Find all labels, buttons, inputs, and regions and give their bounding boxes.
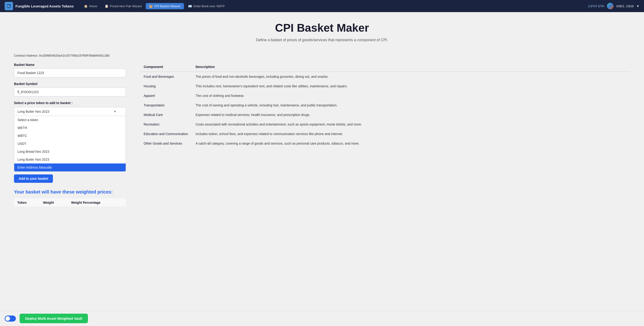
brand-logo: FL	[5, 2, 13, 10]
cpi-table-row: Medical Care Expenses related to medical…	[140, 110, 630, 120]
wallet-dropdown-icon[interactable]: ▼	[636, 4, 639, 8]
cpi-description: Costs associated with recreational activ…	[192, 120, 630, 129]
avatar	[607, 3, 614, 9]
dropdown-item-long-butter[interactable]: Long Butter Nov 2023	[14, 156, 126, 163]
cpi-col-component: Component	[140, 63, 192, 72]
brand-name: Fungible Leveraged Assets Tokens	[16, 4, 74, 8]
cpi-component: Housing	[140, 81, 192, 91]
right-panel: Component Description Food and Beverages…	[140, 63, 630, 148]
basket-symbol-label: Basket Symbol	[14, 82, 126, 86]
layout: Basket Name Basket Symbol Select a price…	[14, 63, 630, 207]
nav-priced-pair-wizard[interactable]: 📋 Priced Item Pair Wizard	[102, 3, 145, 9]
dropdown-item-long-bread[interactable]: Long Bread Nov 2023	[14, 148, 126, 156]
cpi-component: Apparel	[140, 91, 192, 101]
cpi-table-row: Recreation Costs associated with recreat…	[140, 120, 630, 129]
home-icon: 🏠	[84, 4, 88, 8]
token-select-wrapper: Long Butter Nov 2023 ▼ Select a token WE…	[14, 107, 126, 172]
add-to-basket-button[interactable]: Add to your basket	[14, 174, 53, 183]
basket-table: Token Weight Weight Percentage	[14, 198, 126, 207]
cpi-col-description: Description	[192, 63, 630, 72]
wallet-address: 0XE3...C619	[616, 4, 634, 8]
nav-home[interactable]: 🏠 Home	[81, 3, 100, 9]
basket-col-weight-pct: Weight Percentage	[68, 198, 126, 207]
cpi-table-body: Food and Beverages The prices of food an…	[140, 72, 630, 148]
wizard-icon: 📋	[105, 4, 108, 8]
cpi-description: Includes tuition, school fees, and expen…	[192, 129, 630, 139]
nav-cpi-basket-weaver[interactable]: 🧺 CPI Basket Weaver	[146, 3, 184, 9]
cpi-component: Recreation	[140, 120, 192, 129]
cpi-table-row: Education and Communication Includes tui…	[140, 129, 630, 139]
nav-right: 2.9747 ETH 0XE3...C619 ▼	[588, 3, 639, 9]
select-token-label: Select a price token to add to basket :	[14, 101, 126, 105]
deploy-button[interactable]: Deploy Multi Asset Weighted Vault	[20, 314, 88, 323]
left-panel: Basket Name Basket Symbol Select a price…	[14, 63, 126, 207]
dropdown-item-usdt[interactable]: USDT	[14, 140, 126, 148]
basket-heading: Your basket will have these weighted pri…	[14, 189, 126, 195]
cpi-table: Component Description Food and Beverages…	[140, 63, 630, 148]
chevron-down-icon: ▼	[114, 110, 116, 113]
cpi-table-row: Other Goods and Services A catch-all cat…	[140, 139, 630, 148]
dropdown-item-select-token[interactable]: Select a token	[14, 116, 126, 124]
svg-text:FL: FL	[8, 5, 10, 7]
contract-address: Contract Address: 0x1Ef6B04020aA2c337785…	[14, 54, 630, 57]
cpi-component: Food and Beverages	[140, 72, 192, 81]
basket-col-token: Token	[14, 198, 40, 207]
eth-balance: 2.9747 ETH	[588, 4, 604, 8]
token-dropdown-list: Select a token WETH WBTC USDT Long Bread…	[14, 116, 126, 172]
brand: FL Fungible Leveraged Assets Tokens	[5, 2, 74, 10]
cpi-description: The prices of food and non-alcoholic bev…	[192, 72, 630, 81]
cpi-component: Education and Communication	[140, 129, 192, 139]
cpi-table-row: Housing This includes rent, homeowner's …	[140, 81, 630, 91]
contract-address-value: 0x1Ef6B04020aA2c337785b197f59F56bB454511…	[39, 54, 110, 57]
cpi-description: The cost of owning and operating a vehic…	[192, 101, 630, 110]
cpi-description: A catch-all category, covering a range o…	[192, 139, 630, 148]
dropdown-item-enter-manual[interactable]: Enter Address Manually	[14, 163, 126, 171]
toggle-switch[interactable]	[5, 316, 16, 322]
basket-name-label: Basket Name	[14, 63, 126, 67]
cpi-description: Expenses related to medical services, he…	[192, 110, 630, 120]
cpi-description: The cost of clothing and footwear.	[192, 91, 630, 101]
cpi-table-row: Transportation The cost of owning and op…	[140, 101, 630, 110]
cpi-component: Other Goods and Services	[140, 139, 192, 148]
orderbook-icon: 📧	[188, 4, 192, 8]
cpi-description: This includes rent, homeowner's equivale…	[192, 81, 630, 91]
bottom-bar: Deploy Multi Asset Weighted Vault	[0, 311, 644, 326]
main-content: CPI Basket Maker Define a basket of pric…	[0, 12, 644, 216]
cpi-table-row: Apparel The cost of clothing and footwea…	[140, 91, 630, 101]
nav-order-book[interactable]: 📧 Order Book over XMTP	[185, 3, 228, 9]
dropdown-item-wbtc[interactable]: WBTC	[14, 132, 126, 140]
selected-token-label: Long Butter Nov 2023	[18, 110, 49, 113]
basket-icon: 🧺	[149, 4, 153, 8]
nav-links: 🏠 Home 📋 Priced Item Pair Wizard 🧺 CPI B…	[81, 3, 588, 9]
cpi-component: Transportation	[140, 101, 192, 110]
basket-col-weight: Weight	[40, 198, 68, 207]
page-title: CPI Basket Maker	[14, 21, 630, 34]
dropdown-item-weth[interactable]: WETH	[14, 124, 126, 132]
toggle-knob	[5, 316, 10, 321]
token-select-display[interactable]: Long Butter Nov 2023 ▼	[14, 107, 126, 116]
page-subtitle: Define a basket of prices of goods/servi…	[14, 38, 630, 42]
cpi-component: Medical Care	[140, 110, 192, 120]
basket-name-input[interactable]	[14, 68, 126, 77]
basket-symbol-input[interactable]	[14, 88, 126, 96]
cpi-table-row: Food and Beverages The prices of food an…	[140, 72, 630, 81]
navbar: FL Fungible Leveraged Assets Tokens 🏠 Ho…	[0, 0, 644, 12]
